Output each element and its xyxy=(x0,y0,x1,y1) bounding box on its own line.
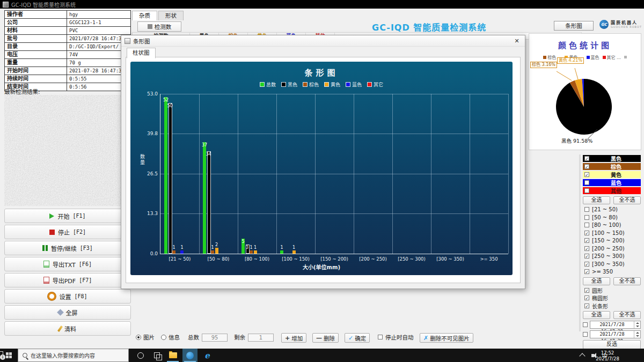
size-filter[interactable]: [300 ~ 350) xyxy=(583,261,641,268)
color-filter-其他[interactable]: 其他 xyxy=(583,187,641,194)
legend-item: 总数 xyxy=(260,81,276,88)
add-button[interactable]: + 增加 xyxy=(281,333,306,343)
export-txt-button[interactable]: 导出TXT[F6] xyxy=(4,257,131,271)
legend-swatch xyxy=(587,56,590,59)
delete-button[interactable]: — 删除 xyxy=(312,333,339,343)
shape-filter-label: 长条形 xyxy=(592,302,608,310)
spin-down-icon[interactable] xyxy=(634,325,640,329)
export-pdf-button[interactable]: 导出PDF[F7] xyxy=(4,273,131,287)
select-all-button[interactable]: 全选 xyxy=(583,196,610,204)
scrollbar-divider[interactable] xyxy=(579,154,581,331)
size-filter-label: [200 ~ 250) xyxy=(592,246,625,252)
close-icon[interactable]: ✕ xyxy=(512,38,522,45)
dialog-titlebar[interactable]: 条形图 ✕ xyxy=(121,35,525,47)
size-filter[interactable]: [150 ~ 200) xyxy=(583,237,641,244)
notification-button[interactable]: 1 xyxy=(0,351,3,358)
checkbox[interactable] xyxy=(584,304,589,308)
checkbox[interactable] xyxy=(584,254,589,258)
select-all-button[interactable]: 全选 xyxy=(583,277,610,285)
taskbar: 在这里输入你要搜索的内容 e 中 17:52 2021/7/28 1 xyxy=(0,349,644,362)
checkbox[interactable] xyxy=(584,188,589,193)
checkbox[interactable] xyxy=(584,288,589,293)
task-view-button[interactable] xyxy=(149,349,164,362)
size-filter[interactable]: [200 ~ 250) xyxy=(583,245,641,252)
size-filter[interactable]: [80 ~ 100) xyxy=(583,221,641,228)
checkbox[interactable] xyxy=(584,269,589,274)
color-filter-黄色[interactable]: 黄色 xyxy=(583,171,641,178)
checkbox[interactable] xyxy=(584,223,589,227)
checkbox[interactable] xyxy=(584,172,589,177)
cortana-button[interactable] xyxy=(133,349,148,362)
datetime-input[interactable]: 2021/7/28 16:47:39 xyxy=(590,330,641,338)
checkbox[interactable] xyxy=(584,207,589,212)
tab-histogram[interactable]: 柱状图 xyxy=(127,48,156,58)
info-row: 电压74V xyxy=(5,51,130,59)
detect-count-button[interactable]: 检测数 xyxy=(137,21,181,32)
legend-swatch xyxy=(543,56,546,59)
select-all-button[interactable]: 全选 xyxy=(583,311,610,319)
spinner[interactable] xyxy=(634,331,640,338)
radio-image[interactable] xyxy=(136,335,141,340)
bar-chart-legend: 总数黑色棕色黄色蓝色其它 xyxy=(130,81,513,88)
confirm-button[interactable]: ✓ 确定 xyxy=(345,333,370,343)
select-none-button[interactable]: 全不选 xyxy=(613,196,641,204)
size-filter[interactable]: [21 ~ 50) xyxy=(583,206,641,213)
tab-杂质[interactable]: 杂质 xyxy=(132,11,157,20)
invert-button[interactable]: 反选 xyxy=(583,340,641,349)
pause-resume-button[interactable]: 暂停/继续[F3] xyxy=(4,241,131,255)
shape-filter-圆形[interactable]: 圆形 xyxy=(583,287,641,294)
active-app-button[interactable] xyxy=(182,349,197,362)
checkbox[interactable] xyxy=(584,238,589,243)
pie-callout-yellow: 黄色 4.21% xyxy=(557,57,584,64)
stop-button[interactable]: 停止[F2] xyxy=(4,225,131,239)
radio-image-label[interactable]: 图片 xyxy=(143,334,155,341)
checkbox[interactable] xyxy=(584,231,589,235)
file-explorer-button[interactable] xyxy=(165,349,180,362)
tab-形状[interactable]: 形状 xyxy=(158,11,184,20)
tray-expand-button[interactable] xyxy=(577,349,587,362)
checkbox[interactable] xyxy=(583,332,588,337)
select-none-button[interactable]: 全不选 xyxy=(613,277,641,285)
checkbox[interactable] xyxy=(584,156,589,161)
pause-icon xyxy=(42,245,48,251)
checkbox[interactable] xyxy=(583,322,588,327)
ie-button[interactable]: e xyxy=(200,349,215,362)
color-filter-蓝色[interactable]: 蓝色 xyxy=(583,179,641,186)
settings-button[interactable]: 设置[F8] xyxy=(4,289,131,304)
shape-filter-长条形[interactable]: 长条形 xyxy=(583,302,641,309)
gridline xyxy=(392,94,393,254)
delete-invisible-button[interactable]: ✗ 删除不可见图片 xyxy=(420,333,473,343)
radio-info-label[interactable]: 信息 xyxy=(169,334,180,341)
total-input[interactable]: 95 xyxy=(202,334,228,342)
size-filter[interactable]: [100 ~ 150) xyxy=(583,230,641,237)
spinner[interactable] xyxy=(634,321,640,328)
start-button[interactable]: 开始[F1] xyxy=(4,209,131,223)
bar-chart-button[interactable]: 条形图 xyxy=(554,21,594,31)
shape-filter-椭圆形[interactable]: 椭圆形 xyxy=(583,294,641,301)
checkbox[interactable] xyxy=(584,246,589,251)
size-filter[interactable]: [50 ~ 80) xyxy=(583,214,641,221)
auto-stop-label[interactable]: 停止时自动 xyxy=(385,334,414,341)
gridline xyxy=(160,134,508,134)
checkbox[interactable] xyxy=(584,180,589,185)
fullscreen-button[interactable]: 全屏 xyxy=(4,305,131,320)
size-filter[interactable]: >= 350 xyxy=(583,268,641,275)
radio-info[interactable] xyxy=(161,335,166,340)
color-filter-棕色[interactable]: 棕色 xyxy=(583,163,641,170)
clean-button[interactable]: 清料 xyxy=(4,321,131,336)
clock[interactable]: 17:52 2021/7/28 xyxy=(592,350,623,361)
gridline xyxy=(276,94,277,254)
checkbox[interactable] xyxy=(584,164,589,169)
size-filter[interactable]: [250 ~ 300) xyxy=(583,253,641,260)
select-none-button[interactable]: 全不选 xyxy=(613,311,641,319)
remain-input[interactable]: 1 xyxy=(248,334,274,342)
fullscreen-icon xyxy=(57,309,64,316)
checkbox[interactable] xyxy=(584,215,589,220)
checkbox[interactable] xyxy=(584,295,589,300)
auto-stop-checkbox[interactable] xyxy=(378,335,383,339)
datetime-input[interactable]: 2021/7/28 16:47:39 xyxy=(590,321,641,329)
color-filter-黑色[interactable]: 黑色 xyxy=(583,155,641,162)
checkbox[interactable] xyxy=(584,262,589,267)
search-input[interactable]: 在这里输入你要搜索的内容 xyxy=(18,349,129,362)
spin-down-icon[interactable] xyxy=(634,335,640,338)
